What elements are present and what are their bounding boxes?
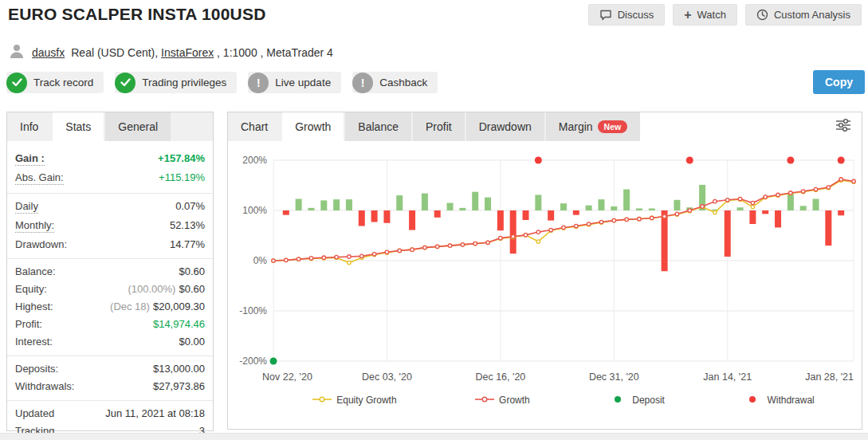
legend-swatch	[608, 395, 627, 406]
tab-balance[interactable]: Balance	[345, 112, 411, 141]
custom-analysis-label: Custom Analysis	[774, 9, 850, 21]
row-gain: Gain : +157.84%	[15, 149, 205, 168]
stat-prefix: (Dec 18)	[110, 301, 150, 312]
stat-value: $13,000.00	[153, 363, 205, 375]
legend-item-equity-growth[interactable]: Equity Growth	[312, 395, 396, 406]
stat-prefix: (100.00%)	[128, 283, 175, 295]
svg-text:Jan 14, '21: Jan 14, '21	[703, 371, 752, 383]
stat-value: Jun 11, 2021 at 08:18	[105, 407, 205, 419]
row-daily: Daily 0.07%	[15, 197, 205, 216]
stat-label: Highest:	[15, 301, 53, 312]
stat-label[interactable]: Monthly:	[15, 219, 54, 233]
row-drawdown: Drawdown: 14.77%	[15, 235, 205, 253]
svg-text:-200%: -200%	[239, 356, 267, 367]
tab-stats[interactable]: Stats	[53, 112, 104, 141]
stat-label: Balance:	[15, 265, 56, 277]
stat-label[interactable]: Abs. Gain:	[15, 171, 64, 185]
row-profit: Profit: $14,974.46	[15, 315, 205, 332]
stat-value: (100.00%)$0.60	[128, 283, 205, 295]
svg-text:100%: 100%	[242, 205, 267, 216]
legend-item-deposit[interactable]: Deposit	[608, 395, 665, 406]
row-equity: Equity: (100.00%)$0.60	[15, 280, 205, 297]
tab-info[interactable]: Info	[7, 112, 51, 141]
badge-live-update[interactable]: ! Live update	[248, 72, 341, 93]
legend-item-growth[interactable]: Growth	[475, 395, 530, 406]
stats-panel: Info Stats General Gain : +157.84% Abs. …	[6, 112, 214, 431]
stat-value: +115.19%	[159, 171, 205, 183]
row-deposits: Deposits: $13,000.00	[15, 359, 205, 377]
badge-label: Cashback	[379, 77, 427, 88]
svg-text:Dec 31, '20: Dec 31, '20	[589, 371, 639, 383]
account-leverage-platform: , 1:1000 , MetaTrader 4	[214, 46, 333, 59]
tab-growth[interactable]: Growth	[282, 112, 344, 141]
tab-general[interactable]: General	[105, 112, 171, 141]
svg-text:Jan 28, '21: Jan 28, '21	[805, 371, 854, 383]
badge-cashback[interactable]: ! Cashback	[352, 72, 438, 93]
stat-value: 52.13%	[170, 219, 205, 231]
verification-badges: Track record Trading privileges ! Live u…	[6, 72, 438, 93]
next-section-edge	[0, 433, 868, 440]
legend-label: Withdrawal	[767, 395, 814, 406]
exclamation-circle-icon: !	[352, 73, 373, 93]
watch-button[interactable]: + Watch	[673, 4, 737, 26]
row-updated: Updated Jun 11, 2021 at 08:18	[15, 404, 205, 422]
stats-body: Gain : +157.84% Abs. Gain: +115.19% Dail…	[7, 141, 213, 440]
tab-chart[interactable]: Chart	[228, 112, 281, 141]
stat-label[interactable]: Gain :	[15, 152, 45, 166]
exclamation-circle-icon: !	[248, 73, 269, 93]
legend-item-withdrawal[interactable]: Withdrawal	[743, 395, 814, 406]
legend-label: Deposit	[632, 395, 665, 406]
stat-value: 14.77%	[170, 238, 205, 250]
chart-panel-tabs: Chart Growth Balance Profit Drawdown Mar…	[228, 112, 862, 141]
svg-text:Dec 03, '20: Dec 03, '20	[362, 371, 412, 383]
stat-value: $0.00	[179, 336, 205, 348]
copy-button[interactable]: Copy	[813, 70, 865, 94]
badge-track-record[interactable]: Track record	[6, 72, 104, 93]
growth-chart-canvas[interactable]: 200%100%0%-100%-200%Nov 22, '20Dec 03, '…	[229, 147, 861, 388]
row-highest: Highest: (Dec 18)$20,009.30	[15, 297, 205, 315]
discuss-label: Discuss	[618, 9, 654, 21]
stat-label: Equity:	[15, 283, 47, 295]
stat-value: $27,973.86	[153, 380, 205, 392]
chart-settings-button[interactable]	[835, 112, 862, 141]
stat-label[interactable]: Daily	[15, 200, 38, 214]
svg-text:Nov 22, '20: Nov 22, '20	[262, 371, 312, 383]
check-circle-icon	[115, 73, 136, 93]
svg-text:Dec 16, '20: Dec 16, '20	[475, 371, 525, 383]
account-description: Real (USD Cent), InstaForex , 1:1000 , M…	[71, 46, 333, 59]
badge-trading-privileges[interactable]: Trading privileges	[115, 72, 237, 93]
stat-label: Updated	[15, 407, 54, 419]
badge-label: Live update	[275, 77, 331, 88]
chart-panel: Chart Growth Balance Profit Drawdown Mar…	[227, 112, 862, 430]
stat-value: $14,974.46	[153, 318, 205, 330]
row-interest: Interest: $0.00	[15, 332, 205, 350]
legend-swatch	[312, 395, 332, 406]
new-badge: New	[598, 120, 628, 133]
stat-value: 0.07%	[175, 200, 205, 212]
avatar	[8, 42, 26, 62]
tab-margin-label: Margin	[559, 120, 593, 133]
sliders-icon	[835, 117, 852, 136]
tab-profit[interactable]: Profit	[413, 112, 465, 141]
custom-analysis-button[interactable]: Custom Analysis	[745, 4, 862, 26]
stat-value: +157.84%	[158, 152, 205, 164]
tab-margin[interactable]: Margin New	[546, 112, 640, 141]
account-type: Real (USD Cent),	[71, 46, 161, 59]
row-monthly: Monthly: 52.13%	[15, 216, 205, 235]
stat-value: (Dec 18)$20,009.30	[110, 301, 205, 312]
badge-label: Trading privileges	[142, 77, 226, 88]
broker-link[interactable]: InstaForex	[161, 46, 214, 59]
badge-label: Track record	[33, 77, 93, 88]
speech-bubble-icon	[599, 9, 612, 21]
row-balance: Balance: $0.60	[15, 262, 205, 280]
discuss-button[interactable]: Discuss	[588, 4, 666, 26]
svg-text:200%: 200%	[242, 155, 267, 166]
growth-chart: 200%100%0%-100%-200%Nov 22, '20Dec 03, '…	[228, 141, 862, 406]
row-abs-gain: Abs. Gain: +115.19%	[15, 168, 205, 187]
tab-drawdown[interactable]: Drawdown	[466, 112, 544, 141]
username-link[interactable]: dausfx	[32, 46, 65, 59]
stat-label: Withdrawals:	[15, 380, 74, 392]
svg-text:0%: 0%	[253, 255, 268, 266]
stats-panel-tabs: Info Stats General	[7, 112, 213, 141]
legend-label: Growth	[499, 395, 530, 406]
